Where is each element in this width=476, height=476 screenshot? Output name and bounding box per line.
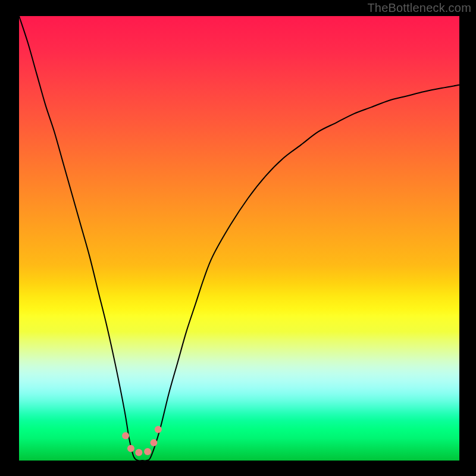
data-marker [135, 449, 142, 456]
data-marker [150, 439, 157, 446]
data-marker [144, 448, 151, 455]
chart-frame: TheBottleneck.com [0, 0, 476, 476]
data-marker [155, 426, 162, 433]
watermark-text: TheBottleneck.com [367, 1, 471, 15]
bottleneck-curve [19, 16, 459, 461]
chart-svg [0, 0, 476, 476]
data-marker [122, 432, 129, 439]
data-marker [127, 445, 134, 452]
